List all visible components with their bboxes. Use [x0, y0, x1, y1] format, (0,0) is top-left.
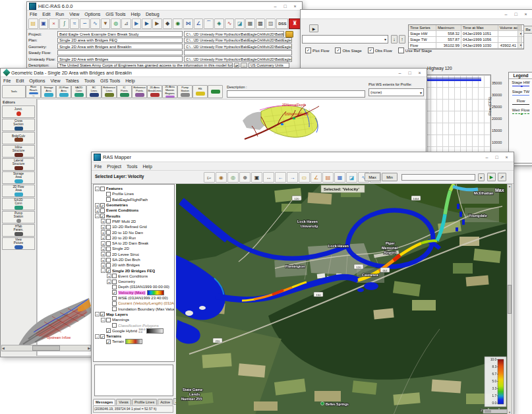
- expander-icon[interactable]: −: [95, 214, 100, 218]
- clip-tool-icon[interactable]: ◪: [346, 172, 357, 183]
- time-series-table[interactable]: Time SeriesMaximumTime at MaxVolume ac-f…: [408, 24, 524, 49]
- menu-options[interactable]: Options: [82, 11, 103, 17]
- map-v-scrollbar[interactable]: ▲ ▼: [507, 184, 512, 414]
- tree-checkbox[interactable]: ✓: [100, 312, 105, 316]
- menu-view[interactable]: View: [47, 78, 63, 84]
- select-tool-icon[interactable]: ▻: [204, 172, 215, 183]
- expander-icon[interactable]: +: [101, 258, 105, 262]
- junction-editor-button[interactable]: Junct.: [2, 105, 35, 118]
- tree-item-map-layers[interactable]: −✓Map Layers: [94, 312, 174, 317]
- mesh-tool-icon[interactable]: ▦: [334, 172, 345, 183]
- checkbox-plot-flow[interactable]: ✓Plot Flow: [305, 47, 329, 53]
- schematic-map-button[interactable]: [208, 85, 223, 98]
- profile-combo[interactable]: ▾: [302, 35, 388, 44]
- expander-icon[interactable]: +: [101, 219, 105, 223]
- sediment-icon[interactable]: ▼: [101, 18, 111, 29]
- 2d-mannings-regions-button[interactable]: 2D AreaManninRegions: [162, 85, 177, 98]
- xyz-plot-icon[interactable]: ◈: [214, 18, 224, 29]
- open-project-icon[interactable]: ▤: [28, 18, 38, 29]
- expander-icon[interactable]: +: [101, 230, 105, 235]
- rating-curve-icon[interactable]: ⌒: [204, 18, 214, 29]
- tree-checkbox[interactable]: [106, 247, 111, 251]
- tree-checkbox[interactable]: ✓: [112, 290, 117, 295]
- project-input[interactable]: Bald Eagle Creek Example Dam Break Study: [57, 31, 183, 37]
- expander-icon[interactable]: +: [101, 247, 105, 251]
- checkbox-obs-flow[interactable]: ✓Obs Flow: [368, 47, 392, 53]
- tree-item-results[interactable]: −✓Results: [94, 213, 174, 218]
- profile-up-button[interactable]: ↑: [399, 35, 405, 44]
- steady-flow-icon[interactable]: ≈: [70, 18, 80, 29]
- tree-item-velocity-max[interactable]: ✓Velocity (Max): [94, 290, 174, 295]
- pump-station-editor-button[interactable]: PumpStation: [2, 211, 35, 223]
- scroll-right-icon[interactable]: ▶: [88, 346, 90, 350]
- geometry-description-input[interactable]: [227, 90, 365, 98]
- anim-step-button[interactable]: ▸: [478, 173, 485, 181]
- chevron-down-icon[interactable]: ▾: [384, 37, 386, 42]
- plan-input[interactable]: Single 2D area with Bridges FEQ: [57, 38, 183, 44]
- run-sediment-icon[interactable]: ▶: [152, 18, 162, 29]
- flight-path-icon[interactable]: ⇗: [498, 173, 506, 181]
- menu-edit[interactable]: Edit: [13, 78, 26, 84]
- ras-mapper-window[interactable]: RAS Mapper –□× FileProjectToolsHelp Sele…: [91, 152, 514, 414]
- table-row[interactable]: Stage HW558.3204Jan1999 1051▲: [409, 31, 523, 37]
- tree-item-single-2d[interactable]: +Single 2D: [94, 246, 174, 251]
- tree-checkbox[interactable]: [112, 280, 117, 284]
- checkbox-plot-flow-box[interactable]: ✓: [305, 47, 311, 53]
- rs-button[interactable]: RS: [192, 85, 208, 98]
- profile-line-tool-icon[interactable]: ∠: [310, 172, 322, 183]
- hydraulic-design-icon[interactable]: ⊿: [121, 18, 131, 29]
- menu-debug[interactable]: Debug: [143, 11, 162, 17]
- tab-profile-lines[interactable]: Profile Lines: [132, 399, 157, 405]
- map-viewport[interactable]: 1201004150120664220 McElhattanYoungdaleL…: [176, 184, 507, 414]
- menu-gis-tools[interactable]: GIS Tools: [103, 11, 128, 17]
- htab-param-editor-button[interactable]: HTabParam.: [2, 224, 35, 237]
- tree-item-features[interactable]: −Features: [94, 186, 174, 191]
- tree-item-terrain[interactable]: ✓Terrain: [94, 339, 174, 344]
- tree-checkbox[interactable]: [100, 208, 105, 213]
- expander-icon[interactable]: +: [101, 241, 105, 246]
- save-project-icon[interactable]: ▣: [39, 18, 49, 29]
- expander-icon[interactable]: +: [101, 263, 105, 268]
- description-input[interactable]: The United States Army Corps of Engineer…: [57, 63, 233, 69]
- geometry-path[interactable]: C:\...\2D Unsteady Flow Hydraulics\BaldE…: [184, 44, 292, 49]
- tree-item-2d-to-2d-run[interactable]: +2D to 2D Run: [94, 235, 174, 241]
- reference-lines-button[interactable]: ReferenceLines: [102, 85, 117, 98]
- view-picture-editor-button[interactable]: ViewPicture: [2, 237, 35, 250]
- tree-checkbox[interactable]: ✓: [100, 334, 105, 339]
- tree-item-geometry[interactable]: +Geometry: [94, 279, 174, 284]
- menu-project[interactable]: Project: [104, 163, 124, 169]
- checkbox-obs-flow-box[interactable]: ✓: [368, 47, 374, 53]
- geometric-data-icon[interactable]: ∫: [59, 18, 69, 29]
- expander-icon[interactable]: −: [95, 334, 100, 339]
- forward-icon[interactable]: →: [287, 172, 298, 183]
- tree-item-event-conditions[interactable]: +Event Conditions: [94, 208, 174, 213]
- reference-points-button[interactable]: ReferencePoints: [132, 85, 147, 98]
- pump-station-button[interactable]: PumpStation: [177, 85, 192, 98]
- geometry-h-scrollbar[interactable]: ◀ ▶: [1, 345, 91, 351]
- maximize-button[interactable]: □: [511, 11, 521, 18]
- tree-item-profile-lines[interactable]: Profile Lines: [94, 191, 174, 196]
- 2d-breaklines-button[interactable]: 2D AreaBreakLines: [147, 85, 162, 98]
- menu-file[interactable]: File: [27, 11, 40, 17]
- menu-gis-tools[interactable]: GIS Tools: [98, 78, 123, 84]
- pan-tool-icon[interactable]: ◉: [216, 172, 227, 183]
- sa-2d-conn-button[interactable]: SA/2DConn: [71, 85, 86, 98]
- tree-checkbox[interactable]: [106, 252, 111, 256]
- expander-icon[interactable]: −: [95, 312, 100, 316]
- menu-edit[interactable]: Edit: [40, 11, 53, 17]
- water-quality-icon[interactable]: ◍: [111, 18, 121, 29]
- max-button[interactable]: Max: [365, 173, 380, 181]
- unsteady-flow-path[interactable]: C:\...\2D Unsteady Flow Hydraulics\BaldE…: [184, 56, 292, 62]
- tree-item-baldeagleflightpath[interactable]: BaldEagleFlightPath: [94, 197, 174, 202]
- geometry-input[interactable]: Single 2D Area with Bridges and Breaklin: [57, 44, 183, 49]
- tab-active[interactable]: Active: [158, 399, 173, 405]
- close-button[interactable]: ×: [502, 154, 512, 161]
- run-unsteady-icon[interactable]: ▶: [142, 18, 152, 29]
- geometry-title-bar[interactable]: Geometric Data - Single 2D Area with Bri…: [1, 69, 427, 77]
- tree-checkbox[interactable]: ✓: [106, 328, 111, 333]
- expander-icon[interactable]: −: [101, 268, 105, 273]
- animation-play-button[interactable]: ▶: [487, 173, 496, 181]
- lateral-structure-editor-button[interactable]: LateralStructure: [2, 158, 35, 171]
- ic-points-button[interactable]: ICPoints: [117, 85, 132, 98]
- tree-item-2d-levee-struc[interactable]: +2D Levee Struc: [94, 252, 174, 257]
